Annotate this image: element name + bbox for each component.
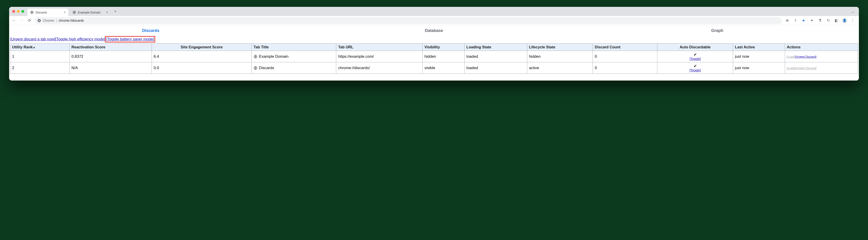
globe-icon	[72, 10, 76, 14]
page-content: Discards Database Graph [Urgent discard …	[9, 25, 859, 81]
toggle-battery-saver-link[interactable]: [Toggle battery saver mode]	[106, 37, 154, 41]
cell-visibility: visible	[423, 62, 465, 74]
toggle-high-efficiency-link[interactable]: [Toggle high efficiency mode]	[55, 37, 105, 41]
cell-reactivation: 0.8372	[69, 51, 152, 62]
cell-loading: loaded	[465, 51, 527, 62]
cell-loading: loaded	[465, 62, 527, 74]
highlight-box: [Toggle battery saver mode]	[105, 36, 155, 42]
minimize-window-button[interactable]	[17, 10, 20, 13]
cell-url: https://example.com/	[336, 51, 423, 62]
col-site-engagement[interactable]: Site Engagement Score	[152, 43, 252, 51]
new-tab-button[interactable]: +	[112, 8, 119, 14]
reload-button[interactable]: ⟳	[27, 18, 32, 23]
urgent-discard-link[interactable]: [Urgent discard a tab now]	[10, 37, 55, 41]
cell-title: Example Domain	[252, 51, 336, 62]
cell-discard-count: 0	[593, 62, 657, 74]
col-utility-rank[interactable]: Utility Rank▲	[10, 43, 70, 51]
action-load-link: [Load]	[787, 66, 795, 70]
profile-avatar[interactable]: 👤	[842, 18, 847, 23]
globe-icon	[30, 10, 34, 14]
col-discard-count[interactable]: Discard Count	[593, 43, 657, 51]
omnibox-separator: |	[56, 19, 57, 22]
side-panel-icon[interactable]: ◧	[834, 18, 839, 23]
col-lifecycle-state[interactable]: Lifecycle State	[527, 43, 593, 51]
omnibox-url: chrome://discards	[59, 19, 84, 22]
subnav-discards[interactable]: Discards	[9, 28, 292, 33]
cell-rank: 1	[10, 51, 70, 62]
col-tab-url[interactable]: Tab URL	[336, 43, 423, 51]
refresh-extension-icon[interactable]: ↻	[826, 18, 831, 23]
col-loading-state[interactable]: Loading State	[465, 43, 527, 51]
cell-engagement: 6.4	[152, 51, 252, 62]
cell-title: Discards	[252, 62, 336, 74]
action-urgent-discard-link[interactable]: [Urgent Discard]	[795, 55, 816, 58]
toolbar-right-icons: ⊕ ⇪ ★ ✦ ⚗ ↻ ◧ 👤 ⋮	[784, 18, 857, 23]
action-load-link: [Load]	[787, 55, 795, 58]
toolbar: ← → ⟳ Chrome | chrome://discards ⊕ ⇪ ★ ✦…	[9, 16, 859, 25]
tab-title: Discards	[36, 11, 47, 14]
maximize-window-button[interactable]	[22, 10, 24, 13]
check-icon: ✔	[659, 64, 731, 68]
cell-lifecycle: hidden	[527, 51, 593, 62]
labs-icon[interactable]: ⚗	[817, 18, 823, 23]
chrome-icon	[37, 19, 41, 22]
tab-discards[interactable]: Discards ×	[27, 9, 68, 16]
cell-last-active: just now	[733, 51, 785, 62]
col-tab-title[interactable]: Tab Title	[252, 43, 336, 51]
cell-rank: 2	[10, 62, 70, 74]
cell-actions: [Load][Urgent Discard]	[785, 62, 858, 74]
kebab-menu-icon[interactable]: ⋮	[850, 18, 855, 23]
close-window-button[interactable]	[12, 10, 15, 13]
cell-auto-discardable: ✔[Toggle]	[657, 51, 733, 62]
back-button[interactable]: ←	[11, 18, 17, 23]
cell-visibility: hidden	[423, 51, 465, 62]
bookmark-star-icon[interactable]: ★	[801, 18, 806, 23]
cell-engagement: 0.0	[152, 62, 252, 74]
cell-lifecycle: active	[527, 62, 593, 74]
cell-actions: [Load][Urgent Discard]	[785, 51, 858, 62]
toggle-auto-discard-link[interactable]: [Toggle]	[659, 68, 731, 72]
subnav-graph[interactable]: Graph	[576, 28, 859, 33]
omnibox[interactable]: Chrome | chrome://discards	[35, 17, 782, 24]
subnav-database[interactable]: Database	[292, 28, 576, 33]
forward-button: →	[19, 18, 24, 23]
globe-icon	[253, 66, 257, 70]
globe-icon	[253, 55, 257, 59]
toggle-auto-discard-link[interactable]: [Toggle]	[659, 57, 731, 61]
browser-window: Discards × Example Domain × + ⌄ ← → ⟳ Ch…	[9, 7, 859, 81]
table-header-row: Utility Rank▲ Reactivation Score Site En…	[10, 43, 858, 51]
col-reactivation-score[interactable]: Reactivation Score	[69, 43, 152, 51]
sort-asc-icon: ▲	[33, 46, 36, 49]
tab-example-domain[interactable]: Example Domain ×	[70, 9, 111, 16]
action-urgent-discard-link: [Urgent Discard]	[795, 66, 816, 70]
check-icon: ✔	[659, 52, 731, 57]
col-visibility[interactable]: Visibility	[423, 43, 465, 51]
cell-url: chrome://discards/	[336, 62, 423, 74]
omnibox-prefix: Chrome	[43, 19, 54, 22]
sub-navigation: Discards Database Graph	[9, 25, 859, 36]
tab-title: Example Domain	[78, 11, 100, 14]
col-auto-discardable[interactable]: Auto Discardable	[657, 43, 733, 51]
share-icon[interactable]: ⇪	[793, 18, 798, 23]
tab-strip: Discards × Example Domain × + ⌄	[9, 7, 859, 16]
cell-last-active: just now	[733, 62, 785, 74]
action-links-row: [Urgent discard a tab now][Toggle high e…	[9, 36, 859, 43]
cell-discard-count: 0	[593, 51, 657, 62]
extensions-icon[interactable]: ✦	[809, 18, 814, 23]
window-controls	[12, 10, 24, 13]
table-row: 10.83726.4Example Domainhttps://example.…	[10, 51, 858, 62]
discards-table: Utility Rank▲ Reactivation Score Site En…	[10, 43, 858, 74]
close-tab-icon[interactable]: ×	[64, 10, 66, 14]
svg-point-3	[38, 20, 40, 21]
col-actions[interactable]: Actions	[785, 43, 858, 51]
tab-search-button[interactable]: ⌄	[849, 9, 857, 14]
zoom-icon[interactable]: ⊕	[784, 18, 789, 23]
col-last-active[interactable]: Last Active	[733, 43, 785, 51]
cell-auto-discardable: ✔[Toggle]	[657, 62, 733, 74]
cell-reactivation: N/A	[69, 62, 152, 74]
close-tab-icon[interactable]: ×	[106, 10, 108, 14]
table-row: 2N/A0.0Discardschrome://discards/visible…	[10, 62, 858, 74]
